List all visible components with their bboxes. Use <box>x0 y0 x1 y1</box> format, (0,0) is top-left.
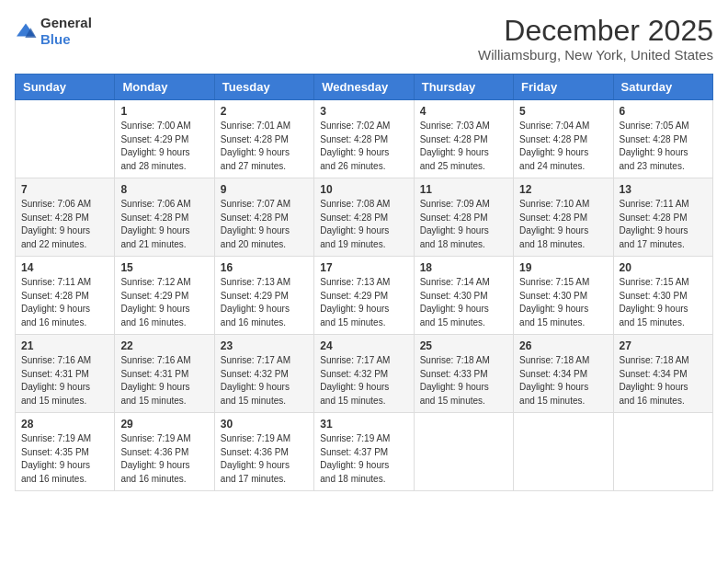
weekday-header-wednesday: Wednesday <box>314 75 414 100</box>
day-number: 4 <box>420 105 507 118</box>
title-block: December 2025 Williamsburg, New York, Un… <box>478 15 713 63</box>
day-info: Sunrise: 7:19 AM Sunset: 4:37 PM Dayligh… <box>320 432 407 486</box>
logo-icon <box>15 22 37 40</box>
calendar-cell: 13Sunrise: 7:11 AM Sunset: 4:28 PM Dayli… <box>613 178 712 257</box>
day-number: 26 <box>519 339 607 352</box>
day-number: 2 <box>221 105 308 118</box>
day-info: Sunrise: 7:06 AM Sunset: 4:28 PM Dayligh… <box>21 198 108 251</box>
day-number: 20 <box>620 261 707 274</box>
calendar-cell: 17Sunrise: 7:13 AM Sunset: 4:29 PM Dayli… <box>314 257 414 335</box>
day-number: 17 <box>320 261 407 274</box>
weekday-header-friday: Friday <box>514 75 613 100</box>
day-number: 28 <box>21 418 108 431</box>
calendar-cell: 2Sunrise: 7:01 AM Sunset: 4:28 PM Daylig… <box>214 100 313 178</box>
day-number: 23 <box>221 339 308 352</box>
page-header: General Blue December 2025 Williamsburg,… <box>15 15 713 63</box>
calendar-cell: 30Sunrise: 7:19 AM Sunset: 4:36 PM Dayli… <box>214 413 313 491</box>
day-info: Sunrise: 7:02 AM Sunset: 4:28 PM Dayligh… <box>320 120 407 173</box>
logo: General Blue <box>15 15 92 48</box>
day-info: Sunrise: 7:12 AM Sunset: 4:29 PM Dayligh… <box>120 276 208 329</box>
day-number: 1 <box>120 105 208 118</box>
calendar-cell: 18Sunrise: 7:14 AM Sunset: 4:30 PM Dayli… <box>414 257 513 335</box>
day-number: 13 <box>620 183 707 196</box>
location-title: Williamsburg, New York, United States <box>478 47 713 63</box>
day-info: Sunrise: 7:18 AM Sunset: 4:34 PM Dayligh… <box>620 354 707 408</box>
day-info: Sunrise: 7:11 AM Sunset: 4:28 PM Dayligh… <box>620 198 707 251</box>
calendar-cell: 31Sunrise: 7:19 AM Sunset: 4:37 PM Dayli… <box>314 413 414 491</box>
day-number: 21 <box>21 339 108 352</box>
calendar-cell: 3Sunrise: 7:02 AM Sunset: 4:28 PM Daylig… <box>314 100 414 178</box>
day-info: Sunrise: 7:01 AM Sunset: 4:28 PM Dayligh… <box>221 120 308 173</box>
calendar-cell <box>16 100 115 178</box>
calendar-cell: 8Sunrise: 7:06 AM Sunset: 4:28 PM Daylig… <box>115 178 214 257</box>
week-row-3: 14Sunrise: 7:11 AM Sunset: 4:28 PM Dayli… <box>16 257 713 335</box>
day-number: 12 <box>519 183 607 196</box>
day-number: 19 <box>519 261 607 274</box>
calendar-cell: 11Sunrise: 7:09 AM Sunset: 4:28 PM Dayli… <box>414 178 513 257</box>
weekday-header-sunday: Sunday <box>16 75 115 100</box>
day-info: Sunrise: 7:05 AM Sunset: 4:28 PM Dayligh… <box>620 120 707 173</box>
day-info: Sunrise: 7:10 AM Sunset: 4:28 PM Dayligh… <box>519 198 607 251</box>
day-number: 18 <box>420 261 507 274</box>
calendar-cell: 15Sunrise: 7:12 AM Sunset: 4:29 PM Dayli… <box>115 257 214 335</box>
calendar-cell: 16Sunrise: 7:13 AM Sunset: 4:29 PM Dayli… <box>214 257 313 335</box>
day-number: 11 <box>420 183 507 196</box>
day-info: Sunrise: 7:17 AM Sunset: 4:32 PM Dayligh… <box>221 354 308 408</box>
day-number: 30 <box>221 418 308 431</box>
weekday-header-row: SundayMondayTuesdayWednesdayThursdayFrid… <box>16 75 713 100</box>
logo-blue: Blue <box>40 31 71 47</box>
day-number: 16 <box>221 261 308 274</box>
day-info: Sunrise: 7:04 AM Sunset: 4:28 PM Dayligh… <box>519 120 607 173</box>
logo-text: General Blue <box>40 15 92 48</box>
day-number: 24 <box>320 339 407 352</box>
week-row-1: 1Sunrise: 7:00 AM Sunset: 4:29 PM Daylig… <box>16 100 713 178</box>
calendar-cell: 23Sunrise: 7:17 AM Sunset: 4:32 PM Dayli… <box>214 335 313 413</box>
calendar-cell: 12Sunrise: 7:10 AM Sunset: 4:28 PM Dayli… <box>514 178 613 257</box>
day-number: 9 <box>221 183 308 196</box>
day-info: Sunrise: 7:08 AM Sunset: 4:28 PM Dayligh… <box>320 198 407 251</box>
week-row-2: 7Sunrise: 7:06 AM Sunset: 4:28 PM Daylig… <box>16 178 713 257</box>
calendar-cell: 19Sunrise: 7:15 AM Sunset: 4:30 PM Dayli… <box>514 257 613 335</box>
day-number: 22 <box>120 339 208 352</box>
day-number: 29 <box>120 418 208 431</box>
calendar-cell <box>613 413 712 491</box>
week-row-5: 28Sunrise: 7:19 AM Sunset: 4:35 PM Dayli… <box>16 413 713 491</box>
day-info: Sunrise: 7:17 AM Sunset: 4:32 PM Dayligh… <box>320 354 407 408</box>
day-info: Sunrise: 7:00 AM Sunset: 4:29 PM Dayligh… <box>120 120 208 173</box>
day-info: Sunrise: 7:11 AM Sunset: 4:28 PM Dayligh… <box>21 276 108 329</box>
calendar-cell: 29Sunrise: 7:19 AM Sunset: 4:36 PM Dayli… <box>115 413 214 491</box>
day-info: Sunrise: 7:16 AM Sunset: 4:31 PM Dayligh… <box>21 354 108 408</box>
logo-general: General <box>40 15 92 30</box>
day-info: Sunrise: 7:19 AM Sunset: 4:36 PM Dayligh… <box>221 432 308 486</box>
day-info: Sunrise: 7:14 AM Sunset: 4:30 PM Dayligh… <box>420 276 507 329</box>
day-number: 7 <box>21 183 108 196</box>
calendar-cell: 14Sunrise: 7:11 AM Sunset: 4:28 PM Dayli… <box>16 257 115 335</box>
calendar-cell: 27Sunrise: 7:18 AM Sunset: 4:34 PM Dayli… <box>613 335 712 413</box>
calendar: SundayMondayTuesdayWednesdayThursdayFrid… <box>15 74 713 491</box>
calendar-cell: 22Sunrise: 7:16 AM Sunset: 4:31 PM Dayli… <box>115 335 214 413</box>
day-info: Sunrise: 7:19 AM Sunset: 4:35 PM Dayligh… <box>21 432 108 486</box>
day-info: Sunrise: 7:13 AM Sunset: 4:29 PM Dayligh… <box>320 276 407 329</box>
day-info: Sunrise: 7:15 AM Sunset: 4:30 PM Dayligh… <box>519 276 607 329</box>
day-info: Sunrise: 7:09 AM Sunset: 4:28 PM Dayligh… <box>420 198 507 251</box>
weekday-header-monday: Monday <box>115 75 214 100</box>
day-number: 6 <box>620 105 707 118</box>
weekday-header-saturday: Saturday <box>613 75 712 100</box>
calendar-cell: 26Sunrise: 7:18 AM Sunset: 4:34 PM Dayli… <box>514 335 613 413</box>
day-number: 31 <box>320 418 407 431</box>
day-info: Sunrise: 7:13 AM Sunset: 4:29 PM Dayligh… <box>221 276 308 329</box>
calendar-cell <box>414 413 513 491</box>
calendar-cell: 10Sunrise: 7:08 AM Sunset: 4:28 PM Dayli… <box>314 178 414 257</box>
week-row-4: 21Sunrise: 7:16 AM Sunset: 4:31 PM Dayli… <box>16 335 713 413</box>
calendar-cell: 4Sunrise: 7:03 AM Sunset: 4:28 PM Daylig… <box>414 100 513 178</box>
calendar-cell: 20Sunrise: 7:15 AM Sunset: 4:30 PM Dayli… <box>613 257 712 335</box>
day-number: 10 <box>320 183 407 196</box>
calendar-cell: 28Sunrise: 7:19 AM Sunset: 4:35 PM Dayli… <box>16 413 115 491</box>
weekday-header-tuesday: Tuesday <box>214 75 313 100</box>
day-info: Sunrise: 7:16 AM Sunset: 4:31 PM Dayligh… <box>120 354 208 408</box>
calendar-cell: 7Sunrise: 7:06 AM Sunset: 4:28 PM Daylig… <box>16 178 115 257</box>
calendar-cell: 9Sunrise: 7:07 AM Sunset: 4:28 PM Daylig… <box>214 178 313 257</box>
day-info: Sunrise: 7:19 AM Sunset: 4:36 PM Dayligh… <box>120 432 208 486</box>
calendar-cell <box>514 413 613 491</box>
weekday-header-thursday: Thursday <box>414 75 513 100</box>
